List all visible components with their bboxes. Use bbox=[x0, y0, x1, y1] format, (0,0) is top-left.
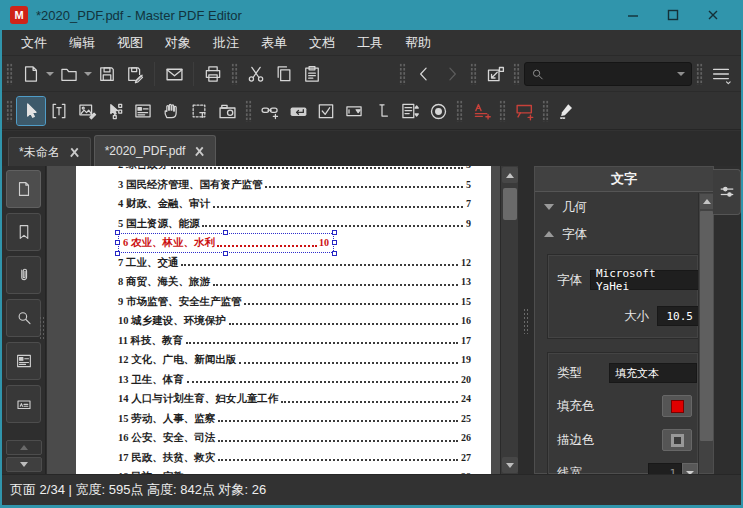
toolbar-grip[interactable] bbox=[470, 63, 477, 85]
toc-row[interactable]: 3 国民经济管理、国有资产监管5 bbox=[118, 175, 471, 195]
toc-row[interactable]: 4 财政、金融、审计7 bbox=[118, 194, 471, 214]
panel-splitter[interactable] bbox=[518, 166, 534, 474]
panel-scrollbar-thumb[interactable] bbox=[700, 211, 713, 441]
crop-tool-button[interactable] bbox=[185, 97, 213, 125]
form-fields-panel-button[interactable] bbox=[6, 342, 41, 380]
image-edit-tool-button[interactable] bbox=[73, 97, 101, 125]
new-document-button[interactable] bbox=[17, 60, 45, 88]
toc-row[interactable]: 2 综合政务3 bbox=[118, 166, 471, 175]
menu-item-对象[interactable]: 对象 bbox=[154, 31, 202, 55]
scroll-down-button[interactable] bbox=[502, 457, 518, 473]
toolbar-grip[interactable] bbox=[6, 63, 13, 85]
text-cursor-tool-button[interactable] bbox=[368, 97, 396, 125]
new-document-dropdown[interactable] bbox=[45, 61, 55, 87]
toolbar-grip[interactable] bbox=[696, 63, 703, 85]
radio-button-tool-button[interactable] bbox=[424, 97, 452, 125]
toolbar-grip[interactable] bbox=[245, 100, 252, 122]
section-font[interactable]: 字体 bbox=[535, 222, 713, 246]
tab-2020-pdf[interactable]: *2020_PDF.pdf bbox=[94, 135, 217, 166]
open-button[interactable] bbox=[55, 60, 83, 88]
selection-handle[interactable] bbox=[115, 240, 120, 245]
close-button[interactable] bbox=[693, 2, 733, 28]
document-scrollbar[interactable] bbox=[500, 166, 518, 474]
form-edit-tool-button[interactable] bbox=[129, 97, 157, 125]
menu-item-帮助[interactable]: 帮助 bbox=[394, 31, 442, 55]
splitter-grip[interactable] bbox=[523, 308, 528, 334]
highlight-tool-button[interactable] bbox=[553, 97, 581, 125]
menu-item-文档[interactable]: 文档 bbox=[298, 31, 346, 55]
callout-tool-button[interactable] bbox=[510, 97, 538, 125]
search-panel-button[interactable] bbox=[6, 299, 41, 337]
panel-scrollbar[interactable] bbox=[698, 193, 713, 473]
scrollbar-thumb[interactable] bbox=[503, 188, 517, 220]
listbox-tool-button[interactable] bbox=[396, 97, 424, 125]
menu-item-表单[interactable]: 表单 bbox=[250, 31, 298, 55]
toolbar-grip[interactable] bbox=[499, 100, 506, 122]
main-menu-button[interactable] bbox=[707, 60, 735, 88]
selection-handle[interactable] bbox=[223, 251, 228, 256]
selection-handle[interactable] bbox=[332, 251, 337, 256]
menu-item-编辑[interactable]: 编辑 bbox=[58, 31, 106, 55]
maximize-button[interactable] bbox=[653, 2, 693, 28]
thumbnails-panel-button[interactable] bbox=[6, 170, 41, 208]
toolbar-grip[interactable] bbox=[6, 100, 13, 122]
search-box[interactable] bbox=[524, 62, 692, 86]
tab-untitled[interactable]: *未命名 bbox=[8, 137, 91, 166]
select-tool-button[interactable] bbox=[17, 97, 45, 125]
sidebar-scroll-down-button[interactable] bbox=[6, 457, 42, 472]
toc-row[interactable]: 7 工业、交通12 bbox=[118, 253, 471, 273]
toc-row[interactable]: 5 国土资源、能源9 bbox=[118, 214, 471, 234]
toolbar-grip[interactable] bbox=[456, 100, 463, 122]
toc-row[interactable]: 17 民政、扶贫、救灾27 bbox=[118, 448, 471, 468]
panel-scroll-up-button[interactable] bbox=[700, 194, 713, 209]
snapshot-tool-button[interactable] bbox=[213, 97, 241, 125]
toolbar-grip[interactable] bbox=[513, 63, 520, 85]
selection-handle[interactable] bbox=[115, 251, 120, 256]
menu-item-批注[interactable]: 批注 bbox=[202, 31, 250, 55]
fill-color-button[interactable] bbox=[662, 395, 692, 417]
sidebar-scroll-up-button[interactable] bbox=[6, 440, 42, 455]
selection-handle[interactable] bbox=[223, 230, 228, 235]
checkbox-tool-button[interactable] bbox=[312, 97, 340, 125]
toolbar-grip[interactable] bbox=[542, 100, 549, 122]
pdf-page[interactable]: 2 综合政务33 国民经济管理、国有资产监管54 财政、金融、审计75 国土资源… bbox=[76, 166, 491, 474]
font-family-input[interactable]: Microsoft YaHei bbox=[590, 270, 699, 290]
toc-row[interactable]: 9 市场监管、安全生产监管15 bbox=[118, 292, 471, 312]
selection-handle[interactable] bbox=[332, 230, 337, 235]
search-input[interactable] bbox=[545, 67, 676, 81]
close-tab-icon[interactable] bbox=[69, 147, 80, 158]
save-button[interactable] bbox=[93, 60, 121, 88]
stroke-color-button[interactable] bbox=[662, 429, 692, 451]
section-geometry[interactable]: 几何 bbox=[535, 195, 713, 219]
font-size-input[interactable]: 10.5 bbox=[657, 306, 699, 326]
hand-tool-button[interactable] bbox=[157, 97, 185, 125]
toc-row[interactable]: 13 卫生、体育20 bbox=[118, 370, 471, 390]
toolbar-grip[interactable] bbox=[399, 63, 406, 85]
selection-handle[interactable] bbox=[332, 240, 337, 245]
minimize-button[interactable] bbox=[613, 2, 653, 28]
toc-row[interactable]: 15 劳动、人事、监察25 bbox=[118, 409, 471, 429]
print-button[interactable] bbox=[199, 60, 227, 88]
open-dropdown[interactable] bbox=[83, 61, 93, 87]
path-edit-tool-button[interactable] bbox=[101, 97, 129, 125]
text-annotation-tool-button[interactable] bbox=[467, 97, 495, 125]
close-tab-icon[interactable] bbox=[194, 146, 205, 157]
text-edit-tool-button[interactable] bbox=[45, 97, 73, 125]
annotations-panel-button[interactable] bbox=[6, 385, 41, 423]
menu-item-文件[interactable]: 文件 bbox=[10, 31, 58, 55]
fit-page-button[interactable] bbox=[481, 60, 509, 88]
document-view[interactable]: 2 综合政务33 国民经济管理、国有资产监管54 财政、金融、审计75 国土资源… bbox=[47, 166, 500, 474]
properties-tab[interactable] bbox=[713, 169, 741, 215]
toc-row[interactable]: 11 科技、教育17 bbox=[118, 331, 471, 351]
bookmarks-panel-button[interactable] bbox=[6, 213, 41, 251]
selection-handle[interactable] bbox=[115, 230, 120, 235]
toc-row[interactable]: 12 文化、广电、新闻出版19 bbox=[118, 350, 471, 370]
email-button[interactable] bbox=[160, 60, 188, 88]
toolbar-grip[interactable] bbox=[231, 63, 238, 85]
toc-row[interactable]: 14 人口与计划生育、妇女儿童工作24 bbox=[118, 389, 471, 409]
next-view-button[interactable] bbox=[438, 60, 466, 88]
toc-row[interactable]: 16 公安、安全、司法26 bbox=[118, 428, 471, 448]
menu-item-工具[interactable]: 工具 bbox=[346, 31, 394, 55]
attachments-panel-button[interactable] bbox=[6, 256, 41, 294]
menu-item-视图[interactable]: 视图 bbox=[106, 31, 154, 55]
